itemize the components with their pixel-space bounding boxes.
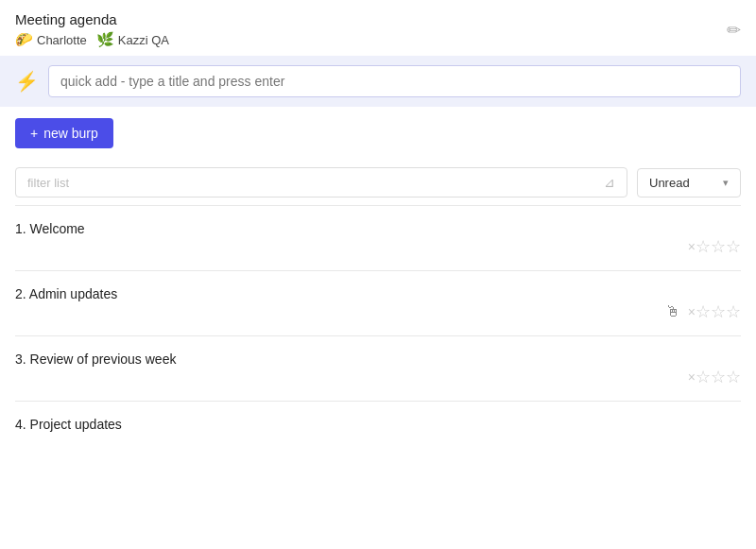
new-burp-label: new burp <box>43 126 98 141</box>
item-2-actions: 🖱 × ☆ ☆ ☆ <box>15 301 741 335</box>
edit-icon[interactable]: ✏ <box>727 20 741 41</box>
star-icon-3c[interactable]: ☆ <box>726 367 741 387</box>
header: Meeting agenda 🌮 Charlotte 🌿 Kazzi QA ✏ … <box>0 0 756 205</box>
new-burp-area: + new burp <box>0 107 756 160</box>
chevron-down-icon: ▾ <box>723 177 729 189</box>
list-item: 3. Review of previous week × ☆ ☆ ☆ <box>0 336 756 401</box>
item-4-title: 4. Project updates <box>15 417 122 432</box>
close-icon[interactable]: × <box>688 239 696 254</box>
item-3-actions: × ☆ ☆ ☆ <box>15 367 741 401</box>
header-left: Meeting agenda 🌮 Charlotte 🌿 Kazzi QA <box>15 11 169 48</box>
avatar-charlotte: 🌮 Charlotte <box>15 31 87 48</box>
item-1-actions: × ☆ ☆ ☆ <box>15 236 741 270</box>
item-3-header: 3. Review of previous week <box>15 352 741 367</box>
filter-bar: filter list ⊿ Unread ▾ <box>0 160 756 205</box>
avatars-row: 🌮 Charlotte 🌿 Kazzi QA <box>15 31 169 48</box>
new-burp-button[interactable]: + new burp <box>15 118 113 148</box>
item-2-title: 2. Admin updates <box>15 286 117 301</box>
unread-selected: Unread <box>649 176 690 190</box>
star-icon-1a[interactable]: ☆ <box>696 236 711 257</box>
item-1-title: 1. Welcome <box>15 221 85 236</box>
filter-placeholder: filter list <box>27 176 69 190</box>
page-title: Meeting agenda <box>15 11 169 27</box>
avatar-emoji-charlotte: 🌮 <box>15 31 33 48</box>
list-item: 2. Admin updates 🖱 × ☆ ☆ ☆ <box>0 271 756 335</box>
item-1-header: 1. Welcome <box>15 221 741 236</box>
close-icon[interactable]: × <box>688 304 696 319</box>
star-icon-1c[interactable]: ☆ <box>726 236 741 257</box>
quick-add-input[interactable] <box>48 65 741 97</box>
filter-input-wrap[interactable]: filter list ⊿ <box>15 167 627 197</box>
avatar-kazzi: 🌿 Kazzi QA <box>96 31 169 48</box>
filter-icon: ⊿ <box>604 175 615 190</box>
list-item: 4. Project updates <box>0 402 756 432</box>
star-icon-3a[interactable]: ☆ <box>696 367 711 387</box>
lightning-icon: ⚡ <box>15 70 39 93</box>
cursor-icon: 🖱 <box>665 303 680 320</box>
avatar-name-kazzi: Kazzi QA <box>118 33 169 47</box>
unread-dropdown[interactable]: Unread ▾ <box>637 168 741 197</box>
close-icon[interactable]: × <box>688 369 696 385</box>
star-icon-3b[interactable]: ☆ <box>711 367 726 387</box>
star-icon-2a[interactable]: ☆ <box>696 301 711 322</box>
quick-add-bar: ⚡ <box>0 56 756 107</box>
avatar-emoji-kazzi: 🌿 <box>96 31 114 48</box>
star-icon-2c[interactable]: ☆ <box>726 301 741 322</box>
avatar-name-charlotte: Charlotte <box>37 33 87 47</box>
item-4-header: 4. Project updates <box>15 417 741 432</box>
item-3-title: 3. Review of previous week <box>15 352 176 367</box>
item-2-header: 2. Admin updates <box>15 286 741 301</box>
list-item: 1. Welcome × ☆ ☆ ☆ <box>0 206 756 270</box>
plus-icon: + <box>30 126 38 141</box>
star-icon-1b[interactable]: ☆ <box>711 236 726 257</box>
star-icon-2b[interactable]: ☆ <box>711 301 726 322</box>
